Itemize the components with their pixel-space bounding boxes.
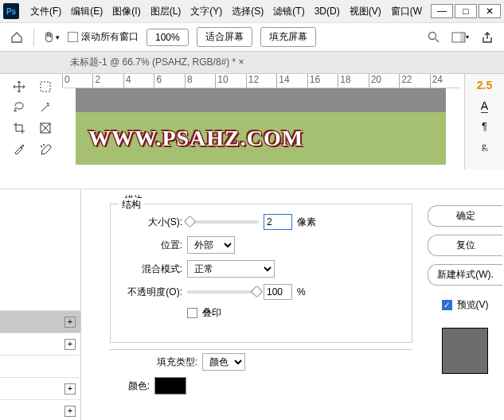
lasso-tool-icon[interactable] — [9, 99, 29, 115]
ok-button[interactable]: 确定 — [428, 205, 502, 227]
add-effect-icon[interactable]: + — [64, 317, 76, 328]
preview-checkbox[interactable]: ✓ — [442, 300, 452, 310]
menu-view[interactable]: 视图(V) — [345, 5, 386, 18]
structure-fieldset: 结构 大小(S): 像素 位置: 外部 混合模式: 正常 不透明度(O): % — [110, 204, 412, 343]
menu-file[interactable]: 文件(F) — [25, 5, 66, 18]
svg-point-8 — [43, 144, 45, 146]
px-label: 像素 — [297, 216, 316, 229]
color-label: 颜色: — [118, 379, 150, 393]
add-effect-icon[interactable]: + — [64, 339, 76, 350]
position-label: 位置: — [119, 239, 182, 252]
style-row-active[interactable]: + — [0, 310, 80, 332]
layer-style-dialog: 描边 + + + + 结构 大小(S): 像素 位置: 外部 混合模式: 正常 — [0, 189, 504, 420]
size-label: 大小(S): — [119, 216, 182, 229]
minimize-button[interactable]: — — [431, 4, 453, 18]
blend-select[interactable]: 正常 — [187, 260, 275, 278]
new-style-button[interactable]: 新建样式(W). — [428, 264, 502, 286]
preview-swatch — [442, 328, 488, 374]
menu-layer[interactable]: 图层(L) — [146, 5, 186, 18]
crop-tool-icon[interactable] — [9, 120, 29, 136]
tab-close-icon[interactable]: × — [239, 56, 244, 68]
menu-select[interactable]: 选择(S) — [227, 5, 268, 18]
menu-filter[interactable]: 滤镜(T) — [268, 5, 309, 18]
glyph-icon[interactable]: ᶃ — [482, 140, 488, 151]
menu-window[interactable]: 窗口(W — [386, 5, 427, 18]
type-a-icon[interactable]: A — [481, 99, 488, 113]
blend-label: 混合模式: — [119, 262, 182, 276]
app-logo: Ps — [3, 3, 19, 19]
position-select[interactable]: 外部 — [187, 236, 235, 254]
share-icon[interactable] — [479, 29, 496, 46]
menu-3d[interactable]: 3D(D) — [310, 6, 345, 17]
structure-legend: 结构 — [119, 198, 144, 212]
zoom-value-button[interactable]: 100% — [147, 29, 189, 46]
watermark-text: WWW.PSAHZ.COM — [88, 126, 303, 151]
style-row[interactable]: + — [0, 399, 80, 420]
style-row[interactable]: + — [0, 332, 80, 355]
color-swatch[interactable] — [154, 377, 186, 395]
pct-label: % — [297, 286, 306, 298]
layer-style-list: + + + + — [0, 189, 81, 420]
menu-bar: Ps 文件(F) 编辑(E) 图像(I) 图层(L) 文字(Y) 选择(S) 滤… — [0, 0, 504, 23]
workspace: 024681012141618202224 WWW.PSAHZ.COM 2.5 … — [0, 74, 504, 170]
svg-line-1 — [436, 39, 439, 42]
fill-screen-button[interactable]: 填充屏幕 — [260, 27, 316, 47]
toolbox — [6, 74, 60, 161]
size-input[interactable] — [264, 214, 292, 230]
svg-rect-3 — [460, 33, 465, 42]
opacity-input[interactable] — [264, 284, 292, 300]
scroll-all-label: 滚动所有窗口 — [81, 30, 139, 44]
menu-image[interactable]: 图像(I) — [107, 5, 145, 18]
overprint-checkbox[interactable] — [187, 308, 197, 318]
move-tool-icon[interactable] — [9, 79, 29, 95]
ruler-horizontal: 024681012141618202224 — [62, 74, 460, 88]
add-effect-icon[interactable]: + — [64, 406, 76, 417]
close-button[interactable]: ✕ — [479, 4, 501, 18]
scroll-all-checkbox[interactable] — [68, 32, 78, 42]
style-row[interactable]: + — [0, 377, 80, 399]
view-mode-icon[interactable]: ▾ — [451, 29, 469, 46]
reset-button[interactable]: 复位 — [428, 235, 502, 256]
document-tab[interactable]: 未标题-1 @ 66.7% (PSAHZ, RGB/8#) * × — [64, 56, 251, 69]
eyedropper-tool-icon[interactable] — [9, 141, 29, 157]
svg-point-0 — [428, 33, 436, 40]
opacity-slider[interactable] — [187, 290, 259, 294]
search-icon[interactable] — [424, 29, 442, 46]
fit-screen-button[interactable]: 适合屏幕 — [197, 27, 252, 47]
svg-rect-4 — [41, 82, 50, 91]
right-panel: 2.5 A ¶ ᶃ — [464, 74, 504, 169]
overprint-label: 叠印 — [202, 306, 221, 320]
canvas[interactable]: WWW.PSAHZ.COM — [76, 88, 446, 165]
healing-tool-icon[interactable] — [35, 141, 56, 157]
menu-type[interactable]: 文字(Y) — [186, 5, 227, 18]
style-row[interactable] — [0, 355, 80, 377]
marquee-tool-icon[interactable] — [35, 79, 56, 95]
paragraph-icon[interactable]: ¶ — [482, 121, 486, 132]
hand-tool-icon[interactable]: ▾ — [42, 29, 60, 46]
preview-label: 预览(V) — [457, 298, 489, 312]
size-slider[interactable] — [187, 220, 259, 224]
menu-edit[interactable]: 编辑(E) — [66, 5, 107, 18]
add-effect-icon[interactable]: + — [64, 383, 76, 395]
fill-type-select[interactable]: 颜色 — [202, 353, 245, 371]
home-icon[interactable] — [8, 29, 25, 46]
options-bar: ▾ 滚动所有窗口 100% 适合屏幕 填充屏幕 ▾ — [0, 23, 504, 52]
frame-tool-icon[interactable] — [35, 120, 56, 136]
document-tab-bar: 未标题-1 @ 66.7% (PSAHZ, RGB/8#) * × — [0, 52, 504, 74]
dialog-buttons: 确定 复位 新建样式(W). ✓ 预览(V) — [426, 205, 504, 374]
wand-tool-icon[interactable] — [35, 99, 56, 115]
char-value: 2.5 — [477, 79, 492, 91]
opacity-label: 不透明度(O): — [119, 286, 182, 299]
maximize-button[interactable]: □ — [455, 4, 477, 18]
svg-point-9 — [41, 146, 42, 147]
fill-type-label: 填充类型: — [150, 356, 197, 369]
